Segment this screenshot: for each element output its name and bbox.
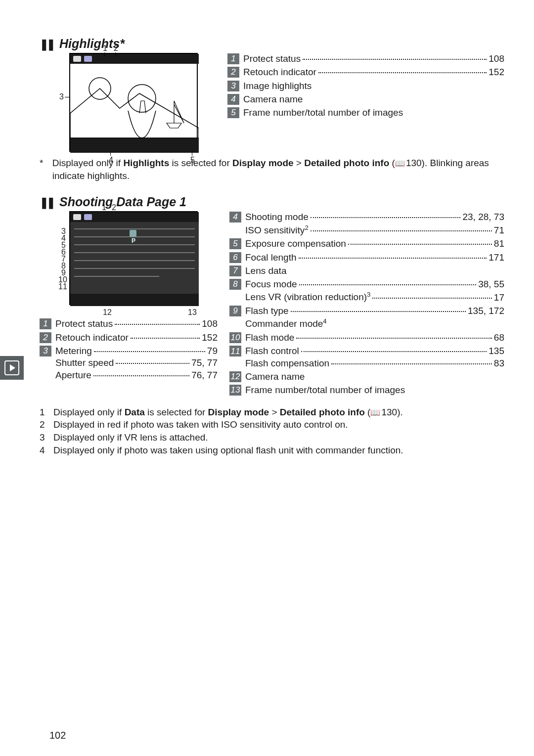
shooting-heading: Shooting Data Page 1 (40, 195, 504, 209)
callout-5: 5 (190, 156, 195, 165)
shooting-footnotes: 1 Displayed only if Data is selected for… (40, 406, 504, 457)
highlights-legend: 1 Protect status108 2 Retouch indicator1… (227, 53, 504, 121)
svg-rect-1 (70, 138, 199, 153)
svg-rect-18 (130, 230, 136, 237)
svg-rect-8 (70, 294, 199, 306)
svg-marker-21 (10, 364, 15, 371)
shooting-illustration: P 1 2 3 4 5 6 7 8 9 10 11 12 13 (40, 211, 208, 305)
svg-rect-10 (84, 214, 92, 220)
svg-point-5 (128, 85, 156, 112)
playback-tab-icon (0, 356, 24, 380)
shooting-title: Shooting Data Page 1 (59, 195, 186, 209)
highlights-illustration: 1 2 3 4 5 (40, 53, 208, 152)
callout-3: 3 (59, 92, 64, 101)
section-highlights: Highlights* (40, 37, 504, 182)
svg-rect-3 (84, 56, 92, 62)
highlights-heading: Highlights* (40, 37, 504, 51)
manual-page: Highlights* (0, 0, 534, 756)
callout-4: 4 (109, 156, 113, 165)
section-shooting: Shooting Data Page 1 (40, 195, 504, 456)
svg-text:P: P (132, 237, 135, 244)
callout-1: 1 (103, 44, 107, 53)
shooting-legend-left: 1 Protect status108 2 Retouch indicator1… (40, 318, 218, 381)
svg-rect-2 (73, 56, 81, 62)
shooting-legend-right: 4 Shooting mode23, 28, 73 ISO sensitivit… (229, 211, 504, 398)
callout-2: 2 (114, 44, 118, 53)
svg-rect-9 (73, 214, 81, 220)
page-number: 102 (49, 730, 66, 741)
